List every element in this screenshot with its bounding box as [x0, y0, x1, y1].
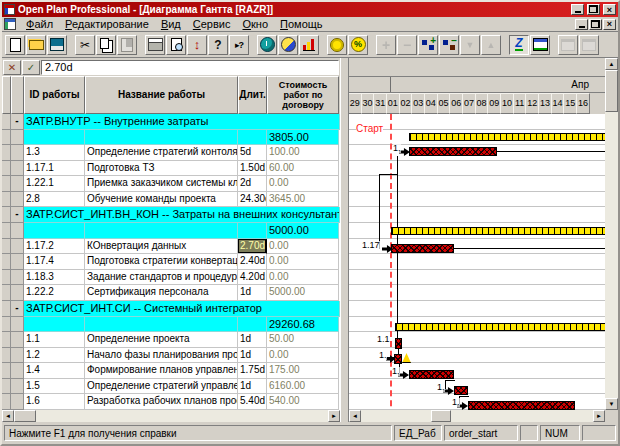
scroll-left-icon[interactable]: ◄ [2, 410, 14, 422]
task-name-cell[interactable]: Задание стандартов и процедур по д [85, 270, 238, 286]
minimize-button[interactable] [571, 4, 584, 15]
task-id-cell[interactable]: 1.17.4 [24, 254, 85, 270]
mdi-restore-button[interactable] [589, 19, 602, 30]
task-id-cell[interactable]: 1.6 [24, 394, 85, 410]
pane-splitter[interactable] [340, 58, 349, 422]
duration-cell[interactable] [238, 130, 267, 146]
task-name-cell[interactable]: Приемка заказчиком системы клиент [85, 176, 238, 192]
task-bar-small[interactable] [395, 338, 402, 349]
column-header-cost[interactable]: Стоимость работ по договору [267, 76, 339, 114]
group-label-cell[interactable]: ЗАТР.СИСТ_ИНТ.ВН_КОН -- Затраты на внешн… [24, 207, 340, 223]
day-cell[interactable]: 04 [424, 93, 438, 114]
task-name-cell[interactable]: Определение стратегий контоля и отч [85, 145, 238, 161]
duration-cell[interactable]: 1.50d [238, 161, 267, 177]
scroll-down-icon[interactable]: ▼ [605, 398, 618, 410]
column-header-name[interactable]: Название работы [85, 76, 238, 114]
task-name-cell[interactable]: Определение стратегий управления р [85, 379, 238, 395]
menu-item-edit[interactable]: Редактирование [59, 17, 155, 31]
day-cell[interactable]: 13 [538, 93, 552, 114]
new-document-button[interactable] [5, 35, 25, 55]
cost-cell[interactable]: 175.00 [267, 363, 339, 379]
day-cell[interactable]: 01 [386, 93, 400, 114]
scrollbar-thumb[interactable] [14, 410, 36, 422]
row-selector-cell[interactable] [2, 239, 11, 255]
day-cell[interactable]: 31 [373, 93, 387, 114]
table-horizontal-scrollbar[interactable]: ◄ ► [2, 410, 340, 422]
duration-cell[interactable]: 24.30d [238, 192, 267, 208]
task-id-cell[interactable]: 1.1 [24, 332, 85, 348]
scroll-right-icon[interactable]: ► [593, 410, 605, 422]
task-name-cell[interactable]: Разработка рабочих планов проекта [85, 394, 238, 410]
resource-profile-button[interactable] [278, 35, 298, 55]
task-bar[interactable] [409, 147, 497, 156]
scrollbar-track[interactable] [36, 410, 328, 422]
gantt-vertical-scrollbar[interactable]: ▲ ▼ [605, 58, 618, 410]
scrollbar-track[interactable] [361, 410, 431, 422]
task-name-cell[interactable] [85, 223, 238, 239]
column-header-id[interactable]: ID работы [24, 76, 85, 114]
duration-cell[interactable]: 1d [238, 285, 267, 301]
task-bar[interactable] [454, 386, 468, 395]
duration-cell[interactable]: 5.40d [238, 394, 267, 410]
duration-cell[interactable] [238, 317, 267, 333]
scrollbar-thumb[interactable] [431, 410, 451, 422]
duration-cell[interactable] [238, 223, 267, 239]
row-selector-cell[interactable] [2, 176, 11, 192]
row-selector-cell[interactable] [2, 317, 11, 333]
row-selector-cell[interactable] [2, 207, 11, 223]
task-name-cell[interactable]: КОнвертация данных [85, 239, 238, 255]
day-cell[interactable]: 05 [437, 93, 451, 114]
row-selector-cell[interactable] [2, 285, 11, 301]
document-icon[interactable] [4, 18, 16, 30]
cost-cell[interactable]: 6160.00 [267, 379, 339, 395]
cost-cell[interactable]: 0.00 [267, 270, 339, 286]
day-cell[interactable]: 14 [551, 93, 565, 114]
cost-cell[interactable]: 0.00 [267, 176, 339, 192]
restore-button[interactable] [587, 4, 600, 15]
task-id-cell[interactable]: 1.4 [24, 363, 85, 379]
task-name-cell[interactable]: Начало фазы планирования проекта [85, 348, 238, 364]
task-id-cell[interactable] [24, 317, 85, 333]
day-cell[interactable]: 08 [475, 93, 489, 114]
task-name-cell[interactable]: Определение проекта [85, 332, 238, 348]
day-cell[interactable]: 02 [399, 93, 413, 114]
print-button[interactable] [145, 35, 165, 55]
menu-item-view[interactable]: Вид [155, 17, 187, 31]
day-cell[interactable]: 15 [563, 93, 577, 114]
task-bar[interactable] [468, 401, 575, 410]
menu-item-window[interactable]: Окно [236, 17, 274, 31]
network-expand-button[interactable] [418, 35, 438, 55]
task-id-cell[interactable]: 1.17.1 [24, 161, 85, 177]
day-cell[interactable]: 06 [449, 93, 463, 114]
task-name-cell[interactable]: Подготовка ТЗ [85, 161, 238, 177]
task-id-cell[interactable]: 1.18.3 [24, 270, 85, 286]
cost-cell[interactable]: 0.00 [267, 254, 339, 270]
task-id-cell[interactable] [24, 130, 85, 146]
duration-cell[interactable]: 5d [238, 145, 267, 161]
context-help-button[interactable] [229, 35, 249, 55]
row-selector-cell[interactable] [2, 363, 11, 379]
cost-cell[interactable]: 29260.68 [267, 317, 339, 333]
scrollbar-thumb[interactable] [605, 70, 618, 112]
scrollbar-track[interactable] [451, 410, 593, 422]
time-analysis-button[interactable] [257, 35, 277, 55]
task-id-cell[interactable]: 1.17.2 [24, 239, 85, 255]
row-selector-cell[interactable] [2, 145, 11, 161]
day-cell[interactable]: 10 [500, 93, 514, 114]
group-label-cell[interactable]: ЗАТР.ВНУТР -- Внутренние затраты [24, 114, 340, 130]
row-selector-cell[interactable] [2, 223, 11, 239]
day-cell[interactable]: 30 [361, 93, 375, 114]
task-name-cell[interactable]: Сертификация персонала [85, 285, 238, 301]
task-id-cell[interactable]: 1.5 [24, 379, 85, 395]
cost-cell[interactable]: 3805.00 [267, 130, 339, 146]
z-order-button[interactable] [509, 35, 529, 55]
day-cell[interactable]: 07 [462, 93, 476, 114]
menu-item-tools[interactable]: Сервис [187, 17, 237, 31]
close-button[interactable]: × [603, 4, 616, 15]
duration-cell[interactable]: 1d [238, 348, 267, 364]
collapse-cell[interactable]: - [11, 301, 24, 317]
group-label-cell[interactable]: ЗАТР.СИСТ_ИНТ.СИ -- Системный интегратор [24, 301, 340, 317]
day-cell[interactable]: 12 [525, 93, 539, 114]
day-cell[interactable]: 09 [487, 93, 501, 114]
help-button[interactable] [208, 35, 228, 55]
